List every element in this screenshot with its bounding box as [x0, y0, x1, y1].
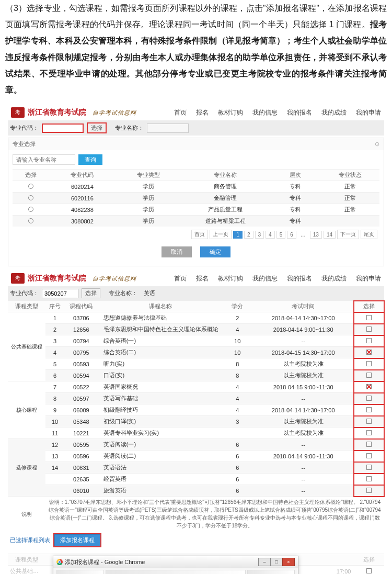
- cell-status: 正常: [321, 181, 379, 193]
- radio-select[interactable]: [28, 195, 33, 200]
- cell-name: 英语阅读(一): [98, 439, 223, 451]
- pager-5[interactable]: 5: [276, 231, 286, 239]
- th-type: 专业类型: [116, 170, 181, 181]
- nav-myinfo[interactable]: 我的信息: [252, 108, 278, 117]
- checkbox-select[interactable]: [366, 476, 372, 481]
- cell-status: 正常: [321, 204, 379, 216]
- close-icon[interactable]: ⊙: [375, 141, 379, 148]
- cell-code: 00595: [64, 439, 98, 451]
- th-time: 考试时间: [252, 301, 354, 312]
- nav-home[interactable]: 首页: [174, 108, 187, 117]
- checkbox-select[interactable]: [366, 350, 372, 355]
- cell-credit: 6: [222, 462, 252, 474]
- checkbox-select[interactable]: [366, 327, 372, 332]
- cell-category: 公共基础课程: [8, 566, 45, 574]
- screenshot-add-popup: 课程类型 选择 公共基础课程17:0017:00核心课程3017:0017:00…: [7, 553, 385, 574]
- checkbox-select[interactable]: [366, 315, 372, 320]
- cell-name: 英语语法: [98, 462, 223, 474]
- cell-seq: 8: [45, 393, 64, 404]
- checkbox-select[interactable]: [366, 488, 372, 493]
- cell-name: 英语专科毕业实习(实): [98, 427, 223, 439]
- nav-myinfo[interactable]: 我的信息: [252, 274, 278, 283]
- cell-credit: 4: [222, 324, 252, 335]
- footer-links: 已选择课程列表 添加报名课程: [8, 531, 384, 549]
- cell-time: --: [252, 485, 354, 497]
- btn-pick-major[interactable]: 选择: [87, 122, 107, 133]
- cell-seq: 4: [45, 347, 64, 358]
- close-icon[interactable]: ×: [282, 558, 295, 566]
- pager-14[interactable]: 14: [324, 231, 336, 239]
- checkbox-select[interactable]: [366, 396, 372, 401]
- pager-1[interactable]: 1: [233, 231, 243, 239]
- radio-select[interactable]: [28, 184, 33, 189]
- cell-name: 初级口译(实): [98, 416, 223, 427]
- checkbox-select[interactable]: [366, 407, 372, 412]
- btn-add-course[interactable]: 添加报名课程: [54, 534, 100, 546]
- nav-signup[interactable]: 报名: [196, 108, 209, 117]
- checkbox-select[interactable]: [366, 419, 372, 424]
- radio-select[interactable]: [28, 218, 33, 223]
- nav-mysignup[interactable]: 我的报名: [287, 274, 312, 283]
- nav-signup[interactable]: 报名: [196, 274, 209, 283]
- cell-code: 06009: [64, 404, 98, 416]
- nav-myapply[interactable]: 我的申请: [356, 274, 381, 283]
- btn-cancel[interactable]: 取消: [162, 246, 192, 257]
- checkbox-select[interactable]: [366, 465, 372, 470]
- btn-query[interactable]: 查询: [78, 154, 102, 165]
- pager-prev[interactable]: 上一页: [210, 230, 232, 239]
- cell-time: --: [252, 462, 354, 474]
- cell-code: 6020214: [49, 181, 115, 193]
- cell-credit: 4: [222, 393, 252, 404]
- cell-type: 学历: [116, 181, 181, 193]
- btn-pick-major-2[interactable]: 选择: [82, 288, 100, 298]
- checkbox-select[interactable]: [366, 338, 372, 343]
- checkbox-select[interactable]: [366, 453, 372, 458]
- cell-code: 00594: [64, 370, 98, 381]
- th-name: 课程名称: [98, 301, 223, 312]
- pager-last[interactable]: 尾页: [361, 230, 377, 239]
- checkbox-select[interactable]: [366, 384, 372, 389]
- nav-myapply[interactable]: 我的申请: [356, 108, 381, 117]
- pager-first[interactable]: 首页: [191, 230, 208, 239]
- checkbox-select[interactable]: [366, 568, 372, 573]
- table-row: 400795综合英语(二)102018-04-15 14:30~17:00: [8, 347, 384, 358]
- site-logo: 考 浙江省教育考试院 自学考试信息网: [11, 107, 136, 118]
- input-major-search[interactable]: [13, 154, 75, 165]
- radio-select[interactable]: [28, 207, 33, 212]
- cell-seq: 7: [45, 381, 64, 393]
- para-a: （3）选择专业，勾选课程，如需报考页面所列课程以外的课程，点击"添加报名课程"，…: [5, 4, 387, 29]
- maximize-icon[interactable]: □: [270, 558, 283, 566]
- cell-type: 学历: [116, 204, 181, 216]
- checkbox-select[interactable]: [366, 373, 372, 378]
- nav-myscore[interactable]: 我的成绩: [321, 274, 347, 283]
- pager-2[interactable]: 2: [244, 231, 253, 239]
- nav-mysignup[interactable]: 我的报名: [287, 108, 312, 117]
- checkbox-select[interactable]: [366, 442, 372, 447]
- nav-myscore[interactable]: 我的成绩: [321, 108, 347, 117]
- cell-code: 02635: [64, 474, 98, 485]
- cell-time: 以主考院校为准: [252, 427, 354, 439]
- link-selected-list[interactable]: 已选择课程列表: [10, 536, 50, 544]
- input-major-code-2[interactable]: [42, 289, 78, 298]
- pager-6[interactable]: 6: [287, 231, 296, 239]
- pager: 首页 上一页 1 2 3 4 5 6 … 13 14 下一页 尾页: [13, 227, 379, 242]
- input-major-code[interactable]: [42, 123, 84, 133]
- popup-toolbar: [53, 568, 298, 574]
- nav-books[interactable]: 教材订购: [218, 274, 243, 283]
- note-label: 说明: [8, 497, 45, 532]
- pager-13[interactable]: 13: [310, 231, 322, 239]
- btn-ok[interactable]: 确定: [200, 246, 230, 257]
- th-select: 选择: [354, 301, 384, 312]
- nav-home[interactable]: 首页: [174, 274, 187, 283]
- cell-credit: 2: [222, 312, 252, 324]
- pager-3[interactable]: 3: [255, 231, 264, 239]
- minimize-icon[interactable]: –: [258, 558, 271, 566]
- pager-4[interactable]: 4: [266, 231, 275, 239]
- checkbox-select[interactable]: [366, 430, 372, 435]
- pager-next[interactable]: 下一页: [337, 230, 359, 239]
- checkbox-select[interactable]: [366, 361, 372, 366]
- input-major-name[interactable]: [147, 123, 189, 133]
- cell-name: 商务管理: [181, 181, 269, 193]
- nav-books[interactable]: 教材订购: [218, 108, 243, 117]
- th-status: 专业状态: [321, 170, 379, 181]
